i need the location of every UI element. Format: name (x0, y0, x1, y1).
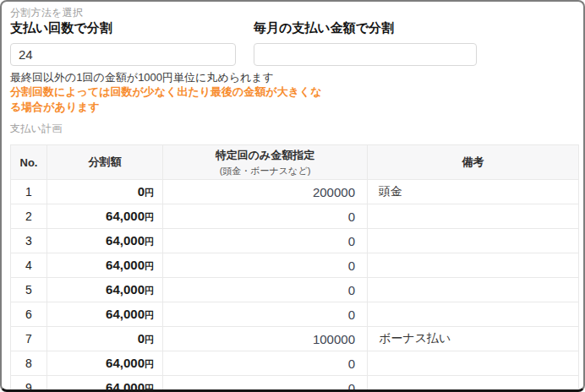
specified-amount-cell[interactable]: 0 (163, 376, 368, 392)
split-by-amount-field: 毎月の支払い金額で分割 (254, 20, 477, 66)
table-row: 4 64,000円 0 (11, 253, 579, 278)
installment-amount-cell: 64,000円 (47, 351, 163, 376)
row-number-cell: 3 (11, 229, 47, 253)
specified-amount-cell[interactable]: 0 (163, 302, 368, 327)
specified-amount-cell[interactable]: 0 (163, 229, 368, 253)
installment-amount-value: 64,000 (106, 282, 145, 297)
split-by-count-field: 支払い回数で分割 (10, 20, 236, 66)
currency-unit: 円 (145, 384, 154, 392)
table-row: 3 64,000円 0 (11, 229, 579, 253)
plan-table-body: 1 0円 200000 頭金 2 64,000円 0 3 64,000円 0 4… (11, 180, 579, 392)
specified-amount-cell[interactable]: 0 (163, 278, 368, 302)
note-cell[interactable] (368, 302, 579, 327)
table-row: 2 64,000円 0 (11, 204, 579, 229)
specified-amount-cell[interactable]: 0 (163, 253, 368, 278)
row-number-cell: 6 (11, 302, 47, 327)
table-row: 8 64,000円 0 (11, 351, 579, 376)
currency-unit: 円 (145, 188, 154, 198)
installment-amount-cell: 0円 (47, 327, 163, 351)
installment-amount-cell: 64,000円 (47, 278, 163, 302)
specified-amount-cell[interactable]: 200000 (163, 180, 368, 204)
installment-amount-value: 64,000 (106, 233, 145, 248)
table-row: 5 64,000円 0 (11, 278, 579, 302)
note-cell[interactable] (368, 351, 579, 376)
col-header-specified: 特定回のみ金額指定 (頭金・ボーナスなど) (163, 145, 368, 180)
installment-amount-value: 64,000 (106, 380, 145, 392)
row-number-cell: 1 (11, 180, 47, 204)
split-by-amount-label: 毎月の支払い金額で分割 (254, 20, 477, 36)
currency-unit: 円 (145, 286, 154, 296)
installment-amount-cell: 64,000円 (47, 253, 163, 278)
row-number-cell: 4 (11, 253, 47, 278)
installment-amount-cell: 64,000円 (47, 204, 163, 229)
note-cell[interactable] (368, 376, 579, 392)
note-cell[interactable]: 頭金 (368, 180, 579, 204)
note-cell[interactable] (368, 278, 579, 302)
currency-unit: 円 (145, 310, 154, 320)
installment-amount-value: 64,000 (106, 258, 145, 272)
installment-amount-value: 64,000 (106, 307, 145, 321)
split-by-count-label: 支払い回数で分割 (10, 20, 236, 36)
row-number-cell: 5 (11, 278, 47, 302)
installment-amount-cell: 0円 (47, 180, 163, 204)
installment-amount-value: 0 (138, 184, 145, 199)
row-number-cell: 9 (11, 376, 47, 392)
table-row: 7 0円 100000 ボーナス払い (11, 327, 579, 351)
table-header-row: No. 分割額 特定回のみ金額指定 (頭金・ボーナスなど) 備考 (11, 145, 579, 180)
col-header-specified-title: 特定回のみ金額指定 (216, 149, 315, 161)
installment-amount-value: 64,000 (106, 356, 145, 370)
split-count-warning-text: 分割回数によっては回数が少なく出たり最後の金額が大きくなる場合があります (10, 84, 330, 114)
table-row: 1 0円 200000 頭金 (11, 180, 579, 204)
specified-amount-cell[interactable]: 0 (163, 351, 368, 376)
currency-unit: 円 (145, 212, 154, 222)
table-row: 9 64,000円 0 (11, 376, 579, 392)
installment-amount-value: 64,000 (106, 209, 145, 223)
rounding-helper-text: 最終回以外の1回の金額が1000円単位に丸められます (10, 70, 274, 85)
col-header-amount: 分割額 (47, 145, 163, 180)
payment-plan-section-label: 支払い計画 (10, 122, 63, 136)
payment-split-panel: 分割方法を選択 支払い回数で分割 毎月の支払い金額で分割 最終回以外の1回の金額… (0, 0, 585, 392)
row-number-cell: 7 (11, 327, 47, 351)
currency-unit: 円 (145, 335, 154, 345)
row-number-cell: 2 (11, 204, 47, 229)
col-header-specified-subtitle: (頭金・ボーナスなど) (163, 165, 367, 177)
currency-unit: 円 (145, 359, 154, 369)
specified-amount-cell[interactable]: 100000 (163, 327, 368, 351)
currency-unit: 円 (145, 237, 154, 247)
installment-amount-cell: 64,000円 (47, 376, 163, 392)
installment-amount-value: 0 (138, 331, 145, 346)
installment-amount-cell: 64,000円 (47, 229, 163, 253)
note-cell[interactable] (368, 204, 579, 229)
note-cell[interactable]: ボーナス払い (368, 327, 579, 351)
monthly-amount-input[interactable] (254, 43, 477, 66)
currency-unit: 円 (145, 261, 154, 271)
table-row: 6 64,000円 0 (11, 302, 579, 327)
row-number-cell: 8 (11, 351, 47, 376)
note-cell[interactable] (368, 253, 579, 278)
col-header-no: No. (11, 145, 47, 180)
split-count-input[interactable] (10, 43, 236, 66)
note-cell[interactable] (368, 229, 579, 253)
col-header-note: 備考 (368, 145, 579, 180)
payment-plan-table: No. 分割額 特定回のみ金額指定 (頭金・ボーナスなど) 備考 1 0円 20… (10, 144, 579, 392)
specified-amount-cell[interactable]: 0 (163, 204, 368, 229)
split-method-section-label: 分割方法を選択 (10, 6, 83, 20)
installment-amount-cell: 64,000円 (47, 302, 163, 327)
